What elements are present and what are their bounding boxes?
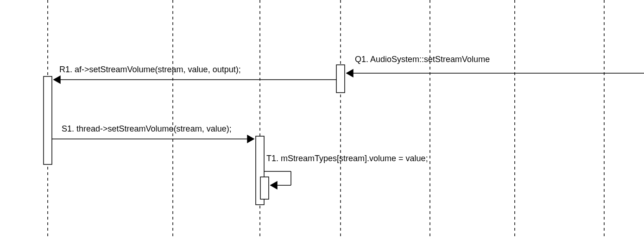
activation-l3-inner xyxy=(260,177,269,199)
activation-l1 xyxy=(44,76,52,164)
lifelines xyxy=(48,0,604,239)
message-s1 xyxy=(52,135,254,143)
label-q1: Q1. AudioSystem::setStreamVolume xyxy=(355,55,490,64)
label-s1: S1. thread->setStreamVolume(stream, valu… xyxy=(62,124,232,134)
svg-marker-4 xyxy=(54,76,60,83)
message-r1 xyxy=(54,76,336,83)
label-r1: R1. af->setStreamVolume(stream, value, o… xyxy=(59,65,241,75)
svg-marker-2 xyxy=(347,69,353,77)
activation-l4 xyxy=(336,65,345,93)
message-q1 xyxy=(347,69,644,77)
label-t1: T1. mStreamTypes[stream].volume = value; xyxy=(266,154,428,164)
svg-marker-10 xyxy=(271,182,277,189)
sequence-diagram xyxy=(0,0,644,239)
svg-marker-6 xyxy=(247,135,254,143)
